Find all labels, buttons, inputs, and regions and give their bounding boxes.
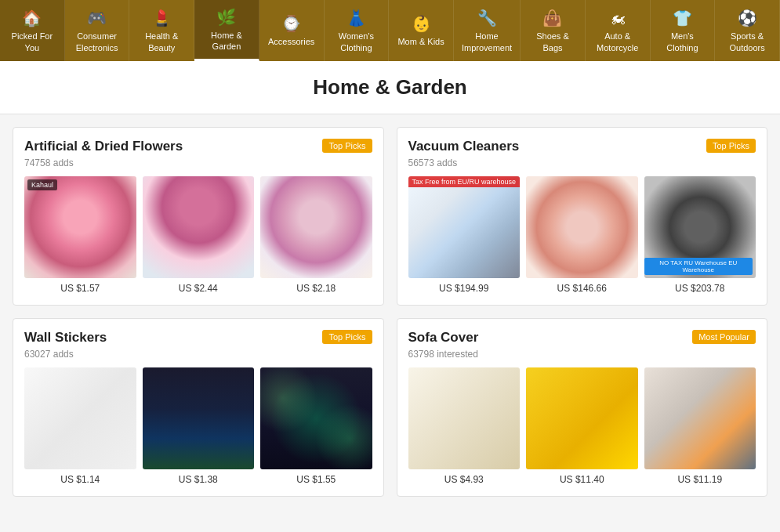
nav-item-accessories[interactable]: ⌚ Accessories: [259, 0, 325, 61]
product-image-af3: [260, 176, 372, 278]
product-price-vc3: US $203.78: [675, 283, 724, 294]
product-price-vc1: US $194.99: [439, 283, 488, 294]
product-grid-artificial-flowers: KahaulUS $1.57US $2.44US $2.18: [24, 176, 372, 294]
nav-item-picked-for-you[interactable]: 🏠 Picked For You: [0, 0, 65, 61]
page-title: Home & Garden: [14, 75, 766, 100]
card-header-artificial-flowers: Artificial & Dried FlowersTop Picks: [24, 139, 372, 154]
product-image-sc2: [526, 367, 638, 469]
nav-item-auto-motorcycle[interactable]: 🏍 Auto & Motorcycle: [586, 0, 651, 61]
product-image-af1: Kahaul: [24, 176, 136, 278]
product-price-ws3: US $1.55: [296, 474, 336, 485]
product-price-af1: US $1.57: [60, 283, 100, 294]
nav-label-home-improvement: Home Improvement: [462, 31, 512, 53]
card-header-sofa-cover: Sofa CoverMost Popular: [408, 330, 756, 346]
consumer-electronics-icon: 🎮: [87, 8, 107, 28]
home-improvement-icon: 🔧: [477, 8, 497, 28]
nav-label-consumer-electronics: Consumer Electronics: [73, 31, 122, 53]
card-title-sofa-cover: Sofa Cover: [408, 330, 479, 346]
mens-clothing-icon: 👕: [673, 8, 692, 28]
glow-effect-ws3: [260, 367, 372, 469]
product-item-af3[interactable]: US $2.18: [260, 176, 372, 294]
nav-label-womens-clothing: Women's Clothing: [332, 31, 381, 53]
nav-item-mens-clothing[interactable]: 👕 Men's Clothing: [651, 0, 716, 61]
product-price-sc3: US $11.19: [677, 474, 722, 485]
product-item-ws1[interactable]: US $1.14: [24, 367, 136, 485]
picked-for-you-icon: 🏠: [22, 8, 42, 28]
product-item-sc2[interactable]: US $11.40: [526, 367, 638, 485]
product-item-ws3[interactable]: US $1.55: [260, 367, 372, 485]
product-image-ws3: [260, 367, 372, 469]
page-title-bar: Home & Garden: [0, 61, 780, 114]
brand-badge-af1: Kahaul: [27, 179, 57, 190]
product-image-ws1: [24, 367, 136, 469]
badge-artificial-flowers: Top Picks: [322, 139, 372, 153]
card-title-wall-stickers: Wall Stickers: [24, 330, 107, 346]
category-card-sofa-cover: Sofa CoverMost Popular63798 interestedUS…: [397, 318, 768, 497]
nav-label-shoes-bags: Shoes & Bags: [528, 31, 577, 53]
product-image-af2: [143, 176, 255, 278]
home-garden-icon: 🌿: [216, 7, 236, 27]
badge-vacuum-cleaners: Top Picks: [706, 139, 756, 153]
nav-item-home-improvement[interactable]: 🔧 Home Improvement: [454, 0, 521, 61]
nav-label-home-garden: Home & Garden: [202, 30, 251, 52]
category-card-wall-stickers: Wall StickersTop Picks63027 addsUS $1.14…: [13, 318, 384, 497]
main-content: Artificial & Dried FlowersTop Picks74758…: [0, 114, 780, 509]
card-header-wall-stickers: Wall StickersTop Picks: [24, 330, 372, 346]
nav-item-mom-kids[interactable]: 👶 Mom & Kids: [389, 0, 454, 61]
category-card-vacuum-cleaners: Vacuum CleanersTop Picks56573 addsTax Fr…: [397, 127, 768, 306]
nav-item-home-garden[interactable]: 🌿 Home & Garden: [194, 0, 259, 61]
nav-item-womens-clothing[interactable]: 👗 Women's Clothing: [325, 0, 390, 61]
nav-item-consumer-electronics[interactable]: 🎮 Consumer Electronics: [65, 0, 130, 61]
card-header-vacuum-cleaners: Vacuum CleanersTop Picks: [408, 139, 756, 154]
nav-item-shoes-bags[interactable]: 👜 Shoes & Bags: [521, 0, 586, 61]
category-card-artificial-flowers: Artificial & Dried FlowersTop Picks74758…: [13, 127, 384, 306]
product-price-sc2: US $11.40: [560, 474, 604, 485]
top-navigation: 🏠 Picked For You🎮 Consumer Electronics💄 …: [0, 0, 780, 61]
nav-label-mom-kids: Mom & Kids: [397, 36, 444, 47]
product-item-af2[interactable]: US $2.44: [143, 176, 255, 294]
product-image-ws2: [143, 367, 255, 469]
product-item-vc3[interactable]: NO TAX RU Warehouse EU WarehouseUS $203.…: [644, 176, 756, 294]
product-item-vc1[interactable]: Tax Free from EU/RU warehouseUS $194.99: [408, 176, 521, 294]
shoes-bags-icon: 👜: [542, 8, 562, 28]
nav-item-health-beauty[interactable]: 💄 Health & Beauty: [129, 0, 194, 61]
product-image-sc1: [408, 367, 521, 469]
product-item-af1[interactable]: KahaulUS $1.57: [24, 176, 136, 294]
product-item-sc3[interactable]: US $11.19: [644, 367, 756, 485]
accessories-icon: ⌚: [281, 13, 301, 34]
product-image-sc3: [644, 367, 756, 469]
nav-label-picked-for-you: Picked For You: [8, 31, 56, 53]
product-item-sc1[interactable]: US $4.93: [408, 367, 521, 485]
product-image-vc2: [526, 176, 638, 278]
product-item-vc2[interactable]: US $146.66: [526, 176, 638, 294]
product-image-vc1: Tax Free from EU/RU warehouse: [408, 176, 521, 278]
badge-wall-stickers: Top Picks: [322, 330, 372, 344]
notax-badge-vc3: NO TAX RU Warehouse EU Warehouse: [644, 258, 753, 275]
womens-clothing-icon: 👗: [346, 8, 366, 28]
nav-item-sports-outdoors[interactable]: ⚽ Sports & Outdoors: [715, 0, 780, 61]
auto-motorcycle-icon: 🏍: [610, 8, 626, 28]
product-price-af2: US $2.44: [179, 283, 218, 294]
badge-sofa-cover: Most Popular: [692, 330, 756, 344]
card-adds-wall-stickers: 63027 adds: [24, 349, 372, 360]
product-grid-wall-stickers: US $1.14US $1.38US $1.55: [24, 367, 372, 485]
promo-badge-vc1: Tax Free from EU/RU warehouse: [408, 176, 521, 187]
nav-label-mens-clothing: Men's Clothing: [658, 31, 707, 53]
product-price-sc1: US $4.93: [444, 474, 484, 485]
product-image-vc3: NO TAX RU Warehouse EU Warehouse: [644, 176, 756, 278]
product-price-af3: US $2.18: [296, 283, 336, 294]
product-item-ws2[interactable]: US $1.38: [143, 367, 255, 485]
health-beauty-icon: 💄: [152, 8, 172, 28]
card-adds-artificial-flowers: 74758 adds: [24, 157, 372, 168]
product-price-vc2: US $146.66: [557, 283, 607, 294]
card-title-artificial-flowers: Artificial & Dried Flowers: [24, 139, 183, 154]
nav-label-auto-motorcycle: Auto & Motorcycle: [593, 31, 642, 53]
sports-outdoors-icon: ⚽: [738, 8, 757, 28]
card-adds-sofa-cover: 63798 interested: [408, 349, 756, 360]
nav-label-health-beauty: Health & Beauty: [137, 31, 186, 53]
product-price-ws2: US $1.38: [179, 474, 218, 485]
product-price-ws1: US $1.14: [60, 474, 100, 485]
mom-kids-icon: 👶: [412, 13, 431, 34]
nav-label-accessories: Accessories: [268, 36, 314, 47]
product-grid-sofa-cover: US $4.93US $11.40US $11.19: [408, 367, 756, 485]
